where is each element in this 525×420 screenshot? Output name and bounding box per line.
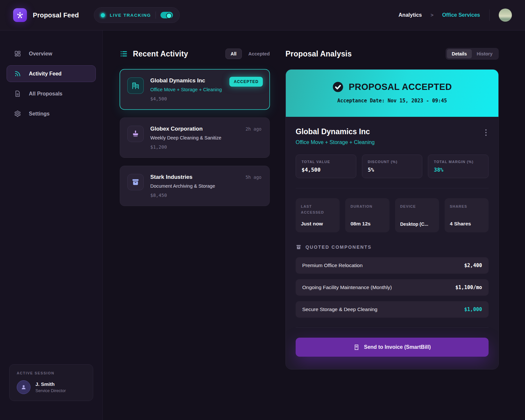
meta-value: Just now: [301, 221, 334, 227]
stat-value: 38%: [434, 167, 483, 173]
component-row: Ongoing Facility Maintenance (Monthly) $…: [296, 279, 489, 296]
divider: [296, 327, 489, 328]
sidebar-item-overview[interactable]: Overview: [7, 45, 96, 62]
breadcrumb-analytics[interactable]: Analytics: [399, 12, 422, 18]
tab-details[interactable]: Details: [447, 49, 472, 58]
meta-label: SHARES: [450, 204, 483, 210]
accepted-badge: ACCEPTED: [229, 77, 263, 87]
active-session-card: ACTIVE SESSION J. Smith Service Director: [9, 364, 93, 401]
sidebar-item-label: All Proposals: [29, 91, 62, 97]
component-value: $2,400: [464, 262, 482, 268]
sidebar-item-all-proposals[interactable]: All Proposals: [7, 85, 96, 102]
sidebar-item-activity-feed[interactable]: Activity Feed: [7, 65, 96, 82]
meta-value: Desktop (C...: [400, 221, 434, 227]
meta-label: DEVICE: [400, 204, 434, 210]
component-value: $1,100/mo: [455, 284, 482, 290]
stats-row: TOTAL VALUE $4,500 DISCOUNT (%) 5% TOTAL…: [296, 155, 489, 178]
activity-card-globex[interactable]: Globex Corporation Weekly Deep Cleaning …: [120, 117, 270, 158]
activity-amount: $4,500: [150, 96, 261, 101]
rss-feed-icon: [14, 70, 21, 77]
live-status-dot: [101, 13, 105, 17]
app-logo-icon: [13, 8, 27, 22]
meta-duration: DURATION 08m 12s: [345, 198, 389, 232]
user-avatar[interactable]: [499, 9, 512, 22]
quoted-components-title: QUOTED COMPONENTS: [305, 244, 372, 250]
filter-accepted-link[interactable]: Accepted: [248, 51, 270, 56]
check-circle-icon: [332, 81, 344, 93]
component-value: $1,000: [464, 306, 482, 312]
activity-time: 5h ago: [245, 175, 262, 180]
meta-last-accessed: LAST ACCESSED Just now: [296, 198, 340, 232]
proposal-company: Global Dynamics Inc: [296, 127, 375, 136]
proposal-analysis-column: Proposal Analysis Details History: [285, 48, 499, 420]
meta-label: LAST ACCESSED: [301, 204, 334, 215]
stat-value: $4,500: [302, 167, 350, 173]
meta-value: 08m 12s: [350, 221, 384, 227]
recent-activity-column: Recent Activity All Accepted: [120, 48, 270, 420]
topbar-divider: [489, 10, 490, 21]
document-icon: [14, 90, 21, 97]
activity-list-icon: [120, 50, 128, 58]
session-user-name: J. Smith: [35, 381, 66, 387]
meta-value: 4 Shares: [450, 221, 483, 227]
activity-amount: $1,200: [150, 144, 261, 150]
proposal-analysis-panel: PROPOSAL ACCEPTED Acceptance Date: Nov 1…: [285, 69, 499, 369]
dashboard-grid-icon: [14, 50, 21, 57]
archive-icon: [296, 244, 302, 250]
session-user-icon: [17, 380, 31, 394]
component-name: Secure Storage & Deep Cleaning: [302, 306, 377, 312]
activity-company: Globex Corporation: [150, 126, 261, 132]
stat-value: 5%: [368, 167, 417, 173]
stat-label: DISCOUNT (%): [368, 160, 417, 164]
activity-company: Stark Industries: [150, 174, 254, 180]
activity-card-global-dynamics[interactable]: Global Dynamics Inc Office Move + Storag…: [120, 69, 270, 110]
stat-total-value: TOTAL VALUE $4,500: [296, 155, 356, 178]
active-session-label: ACTIVE SESSION: [17, 371, 86, 375]
kebab-menu-icon[interactable]: [483, 127, 489, 138]
stat-label: TOTAL VALUE: [302, 160, 350, 164]
banner-title: PROPOSAL ACCEPTED: [349, 82, 452, 92]
acceptance-date: Acceptance Date: Nov 15, 2023 - 09:45: [296, 98, 489, 104]
tab-history[interactable]: History: [472, 49, 497, 58]
component-row: Premium Office Relocation $2,400: [296, 257, 489, 274]
topbar: Proposal Feed LIVE TRACKING Analytics > …: [0, 0, 525, 31]
breadcrumb: Analytics > Office Services: [399, 12, 480, 18]
proposal-analysis-title: Proposal Analysis: [285, 50, 352, 58]
app-title: Proposal Feed: [33, 11, 79, 19]
component-row: Secure Storage & Deep Cleaning $1,000: [296, 301, 489, 318]
stat-label: TOTAL MARGIN (%): [434, 160, 483, 164]
send-to-invoice-label: Send to Invoice (SmartBill): [364, 344, 431, 350]
component-name: Premium Office Relocation: [302, 262, 363, 268]
archive-box-icon: [127, 174, 144, 190]
brush-icon: [127, 126, 144, 142]
live-tracking-pill[interactable]: LIVE TRACKING: [94, 7, 180, 23]
live-tracking-toggle[interactable]: [160, 12, 173, 18]
divider: [296, 188, 489, 188]
pill-divider: [156, 11, 156, 19]
main-content: Recent Activity All Accepted: [103, 31, 525, 420]
details-history-toggle: Details History: [446, 48, 499, 60]
activity-service: Document Archiving & Storage: [150, 183, 254, 190]
stat-total-margin: TOTAL MARGIN (%) 38%: [428, 155, 489, 178]
component-name: Ongoing Facility Maintenance (Monthly): [302, 284, 392, 290]
meta-device: DEVICE Desktop (C...: [395, 198, 439, 232]
recent-activity-title: Recent Activity: [133, 50, 188, 58]
send-to-invoice-button[interactable]: Send to Invoice (SmartBill): [296, 338, 489, 357]
activity-amount: $8,450: [150, 193, 254, 198]
activity-card-stark[interactable]: Stark Industries Document Archiving & St…: [120, 166, 270, 206]
session-user-role: Service Director: [35, 388, 66, 393]
filter-all-button[interactable]: All: [225, 49, 242, 59]
proposal-service: Office Move + Storage + Cleaning: [296, 139, 375, 145]
sidebar-item-label: Settings: [29, 111, 50, 117]
activity-service: Office Move + Storage + Cleaning: [150, 86, 261, 93]
live-tracking-label: LIVE TRACKING: [110, 13, 151, 18]
sidebar-item-label: Activity Feed: [29, 71, 62, 77]
receipt-icon: [353, 344, 360, 350]
breadcrumb-separator: >: [430, 12, 433, 18]
meta-row: LAST ACCESSED Just now DURATION 08m 12s …: [296, 198, 489, 232]
breadcrumb-office-services[interactable]: Office Services: [442, 12, 480, 18]
meta-shares: SHARES 4 Shares: [445, 198, 489, 232]
sidebar-item-label: Overview: [29, 51, 52, 57]
sidebar-item-settings[interactable]: Settings: [7, 105, 96, 122]
meta-label: DURATION: [350, 204, 384, 210]
